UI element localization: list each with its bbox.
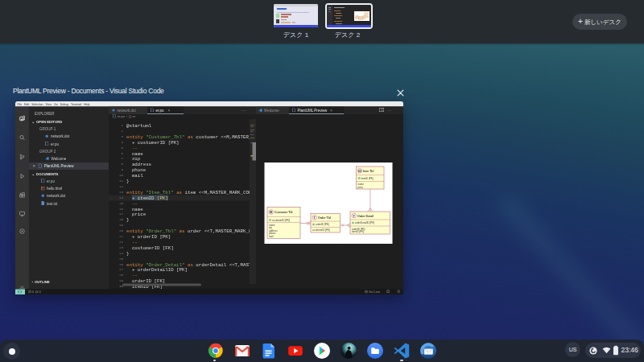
svg-text:Item Tbl: Item Tbl [363,170,374,173]
svg-text:Customer Tbl: Customer Tbl [275,211,293,214]
svg-text:customerID [FK]: customerID [FK] [312,228,330,232]
svg-text:Order Detail: Order Detail [357,215,374,218]
svg-text:orderDetailID [PK]: orderDetailID [PK] [355,221,374,224]
svg-text:price: price [358,186,364,189]
svg-text:orderID [PK]: orderID [PK] [316,223,329,226]
svg-text:Order Tbl: Order Tbl [318,216,331,220]
svg-text:itemID [PK]: itemID [PK] [361,177,374,180]
svg-text:customerID [PK]: customerID [PK] [272,219,290,222]
svg-text:mail: mail [269,235,274,238]
svg-text:itemID [FK]: itemID [FK] [352,230,364,233]
